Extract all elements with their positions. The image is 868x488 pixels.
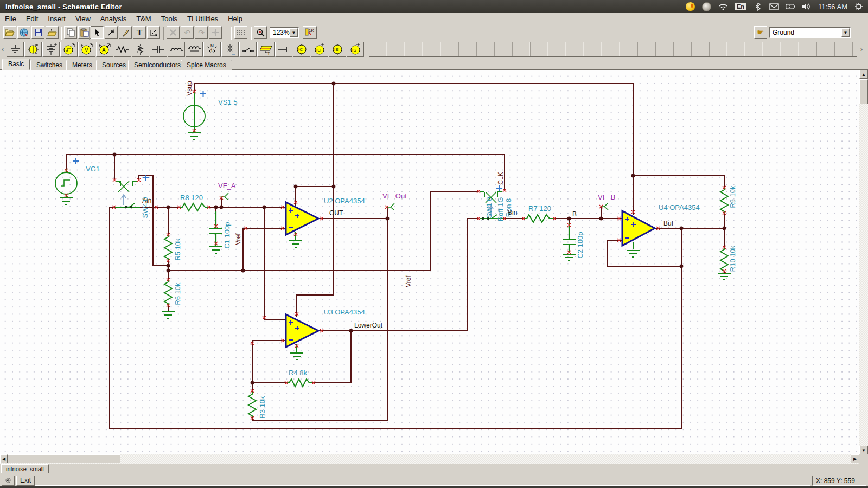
app-indicator-icon[interactable] — [686, 2, 695, 11]
u2-opamp[interactable] — [286, 202, 318, 235]
dimension-tool-button[interactable] — [147, 26, 160, 39]
opamps[interactable] — [286, 202, 655, 347]
r8-resistor[interactable] — [179, 203, 209, 211]
schematic-label[interactable]: VG1 — [86, 165, 100, 173]
r10-resistor[interactable] — [720, 247, 728, 271]
ground-selector-combobox[interactable]: Ground ▼ — [769, 27, 851, 38]
palette-voltage-meter[interactable]: V — [78, 42, 95, 57]
open-file-button[interactable] — [3, 26, 16, 39]
tab-spice-macros[interactable]: Spice Macros — [181, 60, 232, 70]
schematic-label[interactable]: U2 OPA4354 — [324, 197, 365, 205]
delete-button[interactable] — [167, 26, 180, 39]
vs1-voltage-source[interactable] — [183, 92, 205, 139]
palette-ammeter[interactable]: A — [96, 42, 113, 57]
zoom-level-combobox[interactable]: 123% ▼ — [270, 27, 299, 38]
schematic-label[interactable]: C1 100p — [223, 222, 231, 248]
battery-icon[interactable] — [786, 2, 795, 11]
schematic-label[interactable]: R5 10k — [174, 238, 182, 260]
r6-resistor[interactable] — [164, 280, 172, 305]
palette-voltage-generator[interactable] — [60, 42, 78, 57]
palette-switch[interactable] — [239, 42, 257, 57]
mail-icon[interactable] — [769, 2, 779, 11]
schematic-label[interactable]: Vsup — [186, 81, 193, 95]
c2-capacitor[interactable] — [563, 223, 576, 261]
vertical-scroll-thumb[interactable] — [859, 79, 868, 104]
vg1-voltage-generator[interactable] — [55, 169, 77, 204]
zoom-tool-button[interactable] — [254, 26, 267, 39]
schematic-label[interactable]: Vref — [234, 233, 242, 245]
schematic-label[interactable]: OUT — [329, 209, 343, 217]
save-button[interactable] — [31, 26, 44, 39]
palette-capacitor[interactable] — [150, 42, 167, 57]
palette-inductor-core[interactable]: ... — [186, 42, 203, 57]
pen-tool-button[interactable] — [119, 26, 132, 39]
schematic-label[interactable]: U4 OPA4354 — [659, 203, 700, 211]
palette-transformer[interactable]: ... — [221, 42, 239, 57]
vf-b-probe[interactable] — [601, 203, 608, 210]
c1-capacitor[interactable] — [209, 211, 222, 253]
copy-button[interactable] — [64, 26, 77, 39]
keyboard-layout-indicator[interactable]: En — [735, 3, 746, 10]
schematic-label[interactable]: Roff 1G — [496, 197, 505, 222]
schematic-label[interactable]: SW1 0 — [485, 197, 493, 218]
schematic-label[interactable]: U3 OPA4354 — [324, 308, 365, 316]
components-green[interactable] — [55, 92, 731, 417]
vf-out-probe[interactable] — [387, 203, 394, 210]
schematic-label[interactable]: CLK — [497, 172, 505, 184]
palette-coupled-inductors[interactable]: M{ — [203, 42, 221, 57]
wifi-icon[interactable] — [718, 2, 728, 11]
menu-insert[interactable]: Insert — [43, 14, 71, 24]
open-macro-button[interactable] — [46, 26, 59, 39]
wire-tool-button[interactable] — [105, 26, 118, 39]
ground-dropdown-arrow[interactable]: ▼ — [841, 28, 850, 37]
open-web-button[interactable] — [17, 26, 30, 39]
bluetooth-icon[interactable] — [753, 2, 763, 11]
palette-inductor[interactable] — [168, 42, 185, 57]
schematic-label[interactable]: R10 10k — [729, 246, 737, 272]
menu-view[interactable]: View — [71, 14, 95, 24]
exit-button[interactable]: Exit — [16, 476, 35, 486]
menu-tm[interactable]: T&M — [131, 14, 156, 24]
palette-battery[interactable] — [42, 42, 60, 57]
menu-ti-utilities[interactable]: TI Utilities — [182, 14, 223, 24]
tab-semiconductors[interactable]: Semiconductors — [128, 60, 187, 70]
schematic-label[interactable]: LowerOut — [354, 322, 382, 329]
scroll-down-arrow[interactable]: ▼ — [859, 446, 868, 454]
r5-resistor[interactable] — [164, 235, 172, 261]
schematic-label[interactable]: C2 100p — [576, 232, 584, 258]
scroll-right-arrow[interactable]: ▶ — [851, 454, 859, 463]
schematic-label[interactable]: VS1 5 — [218, 98, 237, 106]
palette-controlled-switch[interactable]: T — [257, 42, 275, 57]
clock[interactable]: 11:56 AM — [818, 3, 847, 11]
schematic-label[interactable]: R9 10k — [729, 185, 737, 208]
tab-meters[interactable]: Meters — [66, 60, 98, 70]
schematic-label[interactable]: B — [572, 210, 577, 218]
value-tool-button[interactable]: 1K — [303, 26, 317, 39]
tab-switches[interactable]: Switches — [30, 60, 68, 70]
r4-resistor[interactable] — [286, 379, 312, 387]
schematic-label[interactable]: Ron 8 — [505, 198, 513, 217]
orb-indicator-icon[interactable] — [702, 2, 712, 11]
move-button[interactable] — [209, 26, 222, 39]
sound-toggle-button[interactable] — [2, 476, 15, 486]
palette-ground[interactable] — [7, 42, 24, 57]
text-tool-button[interactable]: T — [133, 26, 146, 39]
r9-resistor[interactable] — [720, 188, 728, 213]
schematic-label[interactable]: R3 10k — [258, 396, 266, 418]
vertical-scrollbar[interactable]: ▲ ▼ — [859, 70, 868, 454]
palette-jumper[interactable] — [275, 42, 292, 57]
menu-file[interactable]: File — [0, 14, 21, 24]
tab-sources[interactable]: Sources — [96, 60, 132, 70]
schematic-label[interactable]: R8 120 — [180, 194, 203, 202]
sw4-switch[interactable] — [115, 181, 140, 207]
schematic-label[interactable]: VF_A — [218, 182, 236, 190]
horizontal-scrollbar[interactable]: ◀ ▶ — [0, 454, 859, 464]
menu-help[interactable]: Help — [223, 14, 247, 24]
schematic-label[interactable]: R6 10k — [174, 282, 182, 305]
gear-icon[interactable] — [854, 2, 864, 11]
select-tool-button[interactable] — [91, 26, 104, 39]
u3-opamp[interactable] — [286, 314, 318, 347]
u4-opamp[interactable] — [622, 211, 655, 246]
menu-analysis[interactable]: Analysis — [95, 14, 131, 24]
r7-resistor[interactable] — [524, 215, 554, 222]
